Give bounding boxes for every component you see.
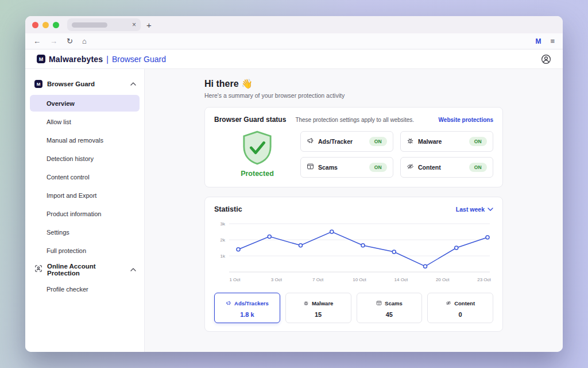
counter-label: Ads/Trackers	[234, 300, 269, 306]
chevron-down-icon	[488, 208, 493, 211]
website-protections-link[interactable]: Website protections	[439, 117, 493, 123]
bug-icon	[303, 298, 309, 308]
menu-icon[interactable]: ≡	[550, 37, 555, 45]
counter-value: 45	[386, 311, 393, 318]
home-icon[interactable]: ⌂	[82, 37, 87, 45]
protection-status: Protected	[214, 131, 300, 178]
status-card: Browser Guard status These protection se…	[204, 107, 503, 187]
status-card-title: Browser Guard status	[214, 116, 286, 124]
app-header: M Malwarebytes | Browser Guard	[25, 49, 563, 69]
sidebar-item-detection-history[interactable]: Detection history	[30, 150, 140, 167]
protection-label: Scams	[318, 164, 338, 171]
malwarebytes-logo: M Malwarebytes | Browser Guard	[37, 55, 166, 64]
svg-text:1 Oct: 1 Oct	[229, 277, 241, 282]
browser-tab[interactable]: ×	[67, 18, 141, 31]
back-icon[interactable]: ←	[33, 37, 41, 45]
person-frame-icon	[34, 264, 42, 275]
window-minimize-button[interactable]	[42, 22, 49, 28]
window-controls	[32, 22, 59, 28]
sidebar-item-label: Product information	[47, 210, 101, 217]
bug-icon	[407, 136, 414, 147]
sidebar-item-label: Content control	[47, 174, 90, 181]
tab-close-icon[interactable]: ×	[132, 21, 136, 28]
browser-tab-strip: × +	[25, 16, 563, 33]
status-label: Protected	[241, 170, 274, 178]
status-card-note: These protection settings apply to all w…	[292, 117, 432, 123]
counter-value: 0	[459, 311, 462, 318]
sidebar-item-overview[interactable]: Overview	[30, 95, 140, 112]
desktop-background: × + ← → ↻ ⌂ M ≡ M Malwarebytes | Browser…	[0, 0, 588, 368]
counter-malware[interactable]: Malware 15	[285, 293, 351, 323]
on-badge[interactable]: ON	[369, 137, 387, 146]
sidebar-item-profile-checker[interactable]: Profile checker	[30, 281, 140, 297]
sidebar-item-label: Detection history	[47, 155, 94, 162]
counter-scams[interactable]: Scams 45	[357, 293, 423, 323]
sidebar-section-online-account-protection[interactable]: Online Account Protection	[30, 260, 140, 279]
on-badge[interactable]: ON	[469, 137, 487, 146]
sidebar-item-product-information[interactable]: Product information	[30, 205, 140, 222]
browser-window: × + ← → ↻ ⌂ M ≡ M Malwarebytes | Browser…	[25, 16, 563, 352]
brand-name: Malwarebytes	[49, 55, 103, 64]
sidebar-item-content-control[interactable]: Content control	[30, 168, 140, 185]
scam-warning-icon	[376, 298, 382, 308]
counter-label: Scams	[385, 300, 403, 306]
eye-off-icon	[407, 162, 414, 172]
counters-row: Ads/Trackers 1.8 k Malware 15	[214, 293, 493, 323]
statistics-line-chart: 1k2k3k1 Oct3 Oct7 Oct10 Oct14 Oct20 Oct2…	[214, 218, 494, 286]
sidebar-item-allow-list[interactable]: Allow list	[30, 113, 140, 130]
counter-ads-trackers[interactable]: Ads/Trackers 1.8 k	[214, 293, 280, 323]
svg-text:23 Oct: 23 Oct	[477, 277, 491, 282]
window-zoom-button[interactable]	[53, 22, 59, 28]
sidebar-item-label: Full protection	[47, 247, 86, 254]
counter-value: 15	[315, 311, 322, 318]
sidebar-item-label: Profile checker	[47, 286, 88, 293]
sidebar-item-import-and-export[interactable]: Import and Export	[30, 187, 140, 204]
svg-text:3 Oct: 3 Oct	[271, 277, 283, 282]
page-title: Hi there 👋	[204, 78, 503, 89]
counter-content[interactable]: Content 0	[427, 293, 493, 323]
on-badge[interactable]: ON	[369, 163, 387, 172]
date-range-dropdown[interactable]: Last week	[456, 206, 493, 213]
counter-value: 1.8 k	[240, 311, 254, 318]
svg-text:10 Oct: 10 Oct	[353, 277, 366, 282]
tab-title-placeholder	[72, 22, 107, 28]
protection-label: Malware	[418, 138, 442, 145]
protection-scams[interactable]: Scams ON	[300, 157, 393, 178]
protection-label: Ads/Tracker	[318, 138, 353, 145]
counter-label: Content	[454, 300, 475, 306]
sidebar-section-browser-guard[interactable]: M Browser Guard	[30, 75, 140, 93]
sidebar-item-full-protection[interactable]: Full protection	[30, 242, 140, 259]
malwarebytes-logo-icon: M	[37, 55, 45, 63]
protection-ads-tracker[interactable]: Ads/Tracker ON	[300, 131, 393, 152]
counter-label: Malware	[312, 300, 334, 306]
protection-grid: Ads/Tracker ON Malware ON	[300, 131, 493, 178]
account-icon[interactable]	[541, 54, 551, 64]
sidebar-item-label: Settings	[47, 229, 69, 236]
sidebar-section-label: Online Account Protection	[47, 263, 126, 277]
megaphone-icon	[307, 136, 314, 147]
shield-check-icon	[242, 131, 273, 165]
sidebar-item-label: Overview	[47, 100, 75, 107]
svg-text:14 Oct: 14 Oct	[394, 277, 408, 282]
protection-malware[interactable]: Malware ON	[400, 131, 493, 152]
sidebar-item-label: Manual ad removals	[47, 137, 103, 144]
megaphone-icon	[226, 298, 231, 308]
malwarebytes-extension-icon[interactable]: M	[535, 37, 541, 45]
sidebar-item-settings[interactable]: Settings	[30, 224, 140, 240]
statistic-title: Statistic	[214, 205, 242, 213]
sidebar: M Browser Guard Overview Allow list Manu…	[25, 69, 145, 352]
new-tab-button[interactable]: +	[146, 21, 152, 29]
scam-warning-icon	[307, 162, 314, 172]
product-name: Browser Guard	[112, 55, 166, 64]
chevron-up-icon	[130, 82, 136, 86]
sidebar-item-manual-ad-removals[interactable]: Manual ad removals	[30, 132, 140, 148]
reload-icon[interactable]: ↻	[67, 37, 73, 45]
chevron-up-icon	[130, 268, 136, 271]
window-close-button[interactable]	[32, 22, 38, 28]
malwarebytes-shield-icon: M	[34, 80, 42, 88]
date-range-label: Last week	[456, 206, 485, 213]
app-body: M Browser Guard Overview Allow list Manu…	[25, 69, 563, 352]
protection-content[interactable]: Content ON	[400, 157, 493, 178]
forward-icon[interactable]: →	[50, 37, 57, 45]
on-badge[interactable]: ON	[469, 163, 487, 172]
